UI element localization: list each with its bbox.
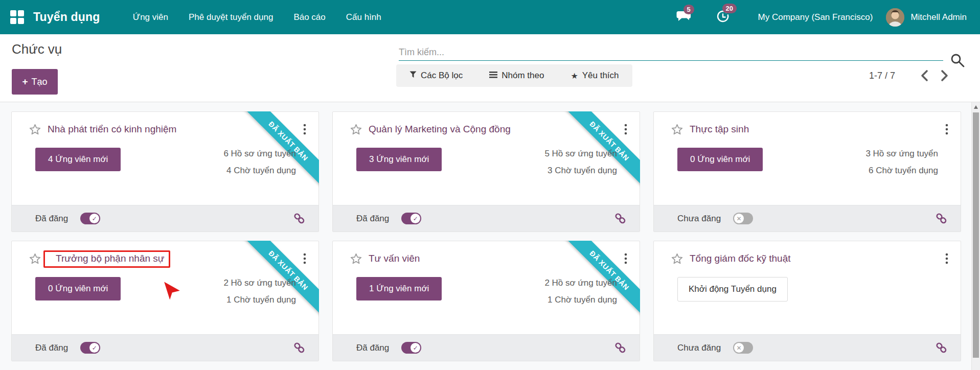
- user-menu[interactable]: Mitchell Admin: [910, 12, 967, 22]
- job-title[interactable]: Trưởng bộ phận nhân sự: [56, 253, 165, 264]
- menu-item-reports[interactable]: Báo cáo: [283, 0, 335, 34]
- control-panel: Chức vụ + Tạo Các Bộ lọc Nhóm theo ★ Yêu…: [0, 34, 980, 102]
- toggle-knob-icon: ✓: [411, 343, 420, 353]
- kebab-menu-icon[interactable]: [621, 122, 630, 136]
- search-input[interactable]: [399, 44, 943, 61]
- to-recruit-stat[interactable]: 1 Chờ tuyển dụng: [544, 291, 617, 308]
- favorites-button-label: Yêu thích: [582, 71, 619, 81]
- menu-item-settings[interactable]: Cấu hình: [336, 0, 392, 34]
- website-link-icon[interactable]: [614, 213, 626, 224]
- publish-status-label: Đã đăng: [356, 343, 389, 353]
- favorites-button[interactable]: ★ Yêu thích: [571, 71, 619, 81]
- to-recruit-stat[interactable]: 4 Chờ tuyển dụng: [223, 162, 296, 179]
- groupby-button-label: Nhóm theo: [502, 71, 544, 81]
- card-footer: Đã đăng ✓: [12, 334, 318, 361]
- website-link-icon[interactable]: [293, 342, 305, 354]
- job-title[interactable]: Thực tập sinh: [690, 124, 749, 135]
- groupby-button[interactable]: Nhóm theo: [489, 71, 544, 81]
- activities-count-badge: 20: [722, 4, 737, 13]
- applications-stat[interactable]: 6 Hồ sơ ứng tuyển: [223, 145, 296, 162]
- recruitment-stats: 2 Hồ sơ ứng tuyển 1 Chờ tuyển dụng: [223, 274, 296, 308]
- user-avatar[interactable]: [886, 8, 904, 27]
- scroll-up-arrow-icon[interactable]: [974, 105, 978, 109]
- search-options-bar: Các Bộ lọc Nhóm theo ★ Yêu thích: [396, 64, 632, 87]
- kebab-menu-icon[interactable]: [942, 122, 951, 136]
- publish-toggle[interactable]: ✓: [401, 342, 421, 354]
- menu-item-candidates[interactable]: Ứng viên: [123, 0, 178, 34]
- kebab-menu-icon[interactable]: [621, 251, 630, 266]
- company-switcher[interactable]: My Company (San Francisco): [758, 12, 873, 22]
- favorite-star-icon[interactable]: [671, 124, 683, 135]
- to-recruit-stat[interactable]: 3 Chờ tuyển dụng: [544, 162, 617, 179]
- recruitment-stats: 6 Hồ sơ ứng tuyển 4 Chờ tuyển dụng: [223, 145, 296, 179]
- publish-status-label: Chưa đăng: [677, 214, 721, 224]
- favorite-star-icon[interactable]: [350, 253, 362, 265]
- applications-stat[interactable]: 5 Hồ sơ ứng tuyển: [544, 145, 617, 162]
- toggle-knob-icon: ✓: [89, 214, 99, 223]
- job-position-card[interactable]: ĐÃ XUẤT BẢN Nhà phát triển có kinh nghiệ…: [11, 111, 319, 232]
- menu-item-approvals[interactable]: Phê duyệt tuyển dụng: [178, 0, 283, 34]
- website-link-icon[interactable]: [614, 342, 626, 354]
- kanban-view: ĐÃ XUẤT BẢN Nhà phát triển có kinh nghiệ…: [0, 102, 980, 370]
- publish-toggle[interactable]: ✓: [401, 213, 421, 224]
- job-title[interactable]: Nhà phát triển có kinh nghiệm: [48, 124, 176, 135]
- job-position-card[interactable]: ĐÃ XUẤT BẢN Quản lý Marketing và Cộng đồ…: [332, 111, 640, 232]
- job-title[interactable]: Tổng giám đốc kỹ thuật: [690, 253, 791, 264]
- job-title[interactable]: Tư vấn viên: [369, 253, 420, 264]
- start-recruitment-button[interactable]: Khởi động Tuyển dụng: [677, 277, 788, 302]
- funnel-icon: [409, 71, 417, 81]
- messages-count-badge: 5: [683, 5, 694, 14]
- card-footer: Đã đăng ✓: [333, 205, 640, 232]
- favorite-star-icon[interactable]: [29, 253, 41, 265]
- vertical-scrollbar[interactable]: [971, 102, 980, 370]
- messages-button[interactable]: 5: [676, 10, 692, 25]
- publish-toggle[interactable]: ✕: [733, 342, 753, 354]
- favorite-star-icon[interactable]: [350, 124, 362, 135]
- favorite-star-icon[interactable]: [29, 124, 41, 135]
- job-position-card[interactable]: Tổng giám đốc kỹ thuật Khởi động Tuyển d…: [653, 241, 961, 361]
- favorite-star-icon: ★: [571, 71, 578, 81]
- applications-stat[interactable]: 3 Hồ sơ ứng tuyển: [865, 145, 938, 162]
- recruitment-stats: 5 Hồ sơ ứng tuyển 3 Chờ tuyển dụng: [544, 145, 617, 179]
- new-applicants-button[interactable]: 0 Ứng viên mới: [35, 277, 121, 300]
- pager-previous-button[interactable]: [918, 67, 932, 84]
- plus-icon: +: [22, 76, 28, 87]
- filters-button[interactable]: Các Bộ lọc: [409, 71, 463, 81]
- new-applicants-button[interactable]: 3 Ứng viên mới: [356, 148, 442, 171]
- kebab-menu-icon[interactable]: [300, 122, 309, 136]
- app-title[interactable]: Tuyển dụng: [33, 10, 100, 24]
- to-recruit-stat[interactable]: 6 Chờ tuyển dụng: [865, 162, 938, 179]
- publish-toggle[interactable]: ✓: [80, 342, 100, 354]
- job-title-wrap: Tổng giám đốc kỹ thuật: [683, 253, 791, 264]
- job-title-wrap: Trưởng bộ phận nhân sự: [43, 250, 170, 268]
- publish-toggle[interactable]: ✕: [733, 213, 753, 224]
- card-footer: Chưa đăng ✕: [654, 205, 961, 232]
- apps-grid-icon[interactable]: [10, 10, 24, 24]
- top-navbar: Tuyển dụng Ứng viên Phê duyệt tuyển dụng…: [0, 0, 980, 34]
- job-title[interactable]: Quản lý Marketing và Cộng đồng: [369, 124, 511, 135]
- scrollbar-thumb[interactable]: [973, 112, 979, 358]
- new-applicants-button[interactable]: 4 Ứng viên mới: [35, 148, 121, 171]
- website-link-icon[interactable]: [936, 213, 947, 224]
- pager-next-button[interactable]: [937, 67, 951, 84]
- new-applicants-button[interactable]: 0 Ứng viên mới: [677, 148, 763, 171]
- search-icon[interactable]: [950, 53, 965, 70]
- create-button[interactable]: + Tạo: [12, 69, 58, 95]
- publish-toggle[interactable]: ✓: [80, 213, 100, 224]
- favorite-star-icon[interactable]: [671, 253, 683, 265]
- activities-button[interactable]: 20: [715, 9, 731, 26]
- new-applicants-button[interactable]: 1 Ứng viên mới: [356, 277, 442, 300]
- recruitment-stats: 3 Hồ sơ ứng tuyển 6 Chờ tuyển dụng: [865, 145, 938, 179]
- page-title: Chức vụ: [12, 41, 62, 57]
- job-position-card[interactable]: Thực tập sinh 0 Ứng viên mới 3 Hồ sơ ứng…: [653, 111, 961, 232]
- website-link-icon[interactable]: [293, 213, 305, 224]
- kanban-grid: ĐÃ XUẤT BẢN Nhà phát triển có kinh nghiệ…: [11, 111, 980, 370]
- kebab-menu-icon[interactable]: [300, 251, 309, 266]
- job-position-card[interactable]: ĐÃ XUẤT BẢN Trưởng bộ phận nhân sự 0 Ứng…: [11, 241, 319, 361]
- to-recruit-stat[interactable]: 1 Chờ tuyển dụng: [223, 291, 296, 308]
- job-position-card[interactable]: ĐÃ XUẤT BẢN Tư vấn viên 1 Ứng viên mới 2…: [332, 241, 640, 361]
- kebab-menu-icon[interactable]: [942, 251, 951, 266]
- website-link-icon[interactable]: [936, 342, 947, 354]
- applications-stat[interactable]: 2 Hồ sơ ứng tuyển: [544, 274, 617, 291]
- applications-stat[interactable]: 2 Hồ sơ ứng tuyển: [223, 274, 296, 291]
